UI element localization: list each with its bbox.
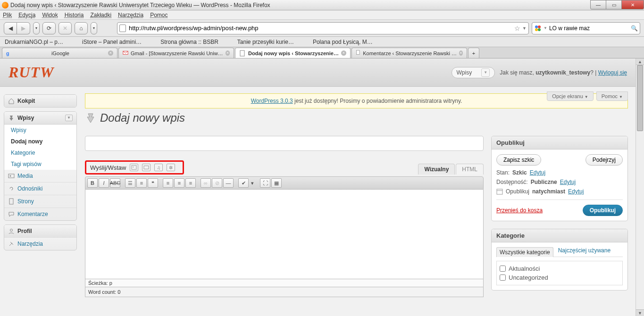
publish-button[interactable]: Opublikuj [583, 205, 623, 216]
categories-tab-all[interactable]: Wszystkie kategorie [496, 247, 553, 257]
url-bar[interactable]: ☆ ▼ [117, 22, 529, 34]
add-video-button[interactable] [142, 164, 151, 171]
unlink-button[interactable]: ⊘ [212, 178, 222, 188]
bookmark-star-icon[interactable]: ☆ [514, 25, 520, 32]
category-item[interactable]: Aktualności [500, 264, 619, 273]
bold-button[interactable]: B [87, 178, 98, 188]
menu-view[interactable]: Widok [42, 12, 58, 18]
kitchen-sink-button[interactable]: ▦ [271, 178, 282, 188]
logout-link[interactable]: Wyloguj się [598, 69, 627, 76]
bookmark-item[interactable]: DrukarniaNGO.pl – p… [5, 39, 63, 45]
browser-search-bar[interactable]: ▼ 🔍 [532, 22, 640, 34]
post-content-editor[interactable] [85, 190, 484, 279]
browser-tab[interactable]: g iGoogle × [2, 48, 117, 58]
scroll-down-icon[interactable]: ▼ [636, 309, 644, 316]
more-button[interactable]: — [223, 178, 234, 188]
sidebar-subitem-posts[interactable]: Wpisy [4, 125, 76, 136]
browser-tab[interactable]: Gmail - [Stowarzyszenie Rawski Uniw… × [118, 48, 234, 58]
help-toggle[interactable]: Pomoc ▼ [596, 91, 628, 101]
move-to-trash-link[interactable]: Przenieś do kosza [496, 207, 543, 214]
stop-button[interactable]: ✕ [59, 22, 72, 34]
bookmark-item[interactable]: iStore – Panel admini… [82, 39, 142, 45]
sidebar-subitem-tags[interactable]: Tagi wpisów [4, 158, 76, 170]
url-dropdown-icon[interactable]: ▼ [522, 26, 527, 31]
forward-button[interactable]: ▶ [17, 22, 30, 34]
category-checkbox[interactable] [500, 274, 506, 281]
history-dropdown-button[interactable]: ▾ [33, 22, 40, 34]
sidebar-item-tools[interactable]: Narzędzia [4, 238, 76, 250]
sidebar-item-posts[interactable]: Wpisy ▼ [4, 112, 76, 125]
align-right-button[interactable]: ≡ [185, 178, 196, 188]
site-logo[interactable]: RUTW [8, 64, 54, 81]
chevron-down-icon[interactable]: ▼ [65, 115, 73, 121]
scroll-thumb[interactable] [637, 65, 643, 131]
window-maximize-button[interactable]: ▭ [606, 0, 622, 9]
menu-edit[interactable]: Edycja [18, 12, 35, 18]
link-button[interactable]: ∞ [201, 178, 211, 188]
back-button[interactable]: ◀ [4, 22, 17, 34]
edit-visibility-link[interactable]: Edytuj [560, 179, 576, 185]
sidebar-subitem-add-new[interactable]: Dodaj nowy [4, 136, 76, 147]
screen-options-toggle[interactable]: Opcje ekranu ▼ [547, 91, 593, 101]
menu-tools[interactable]: Narzędzia [118, 12, 143, 18]
sidebar-item-profile[interactable]: Profil [4, 225, 76, 238]
preview-button[interactable]: Podejrzyj [585, 154, 623, 166]
new-tab-button[interactable]: + [468, 48, 479, 58]
reload-button[interactable]: ⟳ [42, 22, 56, 34]
menu-history[interactable]: Historia [65, 12, 84, 18]
categories-tab-popular[interactable]: Najczęściej używane [558, 247, 611, 255]
add-image-button[interactable] [130, 164, 138, 171]
editor-tab-html[interactable]: HTML [456, 164, 484, 175]
spellcheck-dropdown-icon[interactable]: ▾ [250, 178, 255, 188]
tab-close-icon[interactable]: × [459, 50, 463, 56]
tab-close-icon[interactable]: × [226, 50, 230, 56]
url-input[interactable] [129, 25, 512, 32]
search-engine-dropdown-icon[interactable]: ▼ [544, 26, 547, 30]
status-row: Stan: Szkic Edytuj [496, 169, 623, 176]
bookmark-item[interactable]: Strona główna :: BSBR [160, 39, 218, 45]
browser-tab-active[interactable]: Dodaj nowy wpis ‹ Stowarzyszenie… × [235, 48, 351, 58]
home-button[interactable]: ⌂ [75, 22, 88, 34]
sidebar-subitem-categories[interactable]: Kategorie [4, 147, 76, 158]
strike-button[interactable]: ABC [110, 178, 120, 188]
blockquote-button[interactable]: ❝ [148, 178, 158, 188]
align-center-button[interactable]: ≡ [174, 178, 184, 188]
add-audio-button[interactable]: ♫ [154, 164, 163, 171]
scroll-up-icon[interactable]: ▲ [636, 58, 644, 65]
tab-close-icon[interactable]: × [108, 50, 113, 56]
align-left-button[interactable]: ≡ [163, 178, 173, 188]
browser-scrollbar[interactable]: ▲ ▼ [636, 58, 644, 316]
menu-file[interactable]: Plik [3, 12, 12, 18]
add-media-button[interactable]: ✲ [167, 164, 175, 171]
tab-close-icon[interactable]: × [341, 50, 346, 56]
sidebar-item-media[interactable]: Media [4, 170, 76, 183]
wordpress-update-link[interactable]: WordPress 3.0.3 [251, 98, 293, 104]
sidebar-item-links[interactable]: Odnośniki [4, 183, 76, 195]
bookmark-item[interactable]: Polana pod Łysicą, M… [313, 39, 373, 45]
home-dropdown-button[interactable]: ▾ [91, 22, 97, 34]
category-item[interactable]: Uncategorized [500, 273, 619, 282]
spellcheck-button[interactable]: ✔ [238, 178, 249, 188]
save-draft-button[interactable]: Zapisz szkic [496, 154, 541, 166]
search-input[interactable] [549, 25, 631, 32]
sidebar-item-pages[interactable]: Strony [4, 195, 76, 208]
edit-status-link[interactable]: Edytuj [530, 169, 545, 176]
sidebar-item-comments[interactable]: Komentarze [4, 208, 76, 220]
editor-tab-visual[interactable]: Wizualny [418, 164, 455, 175]
search-submit-icon[interactable]: 🔍 [631, 25, 638, 32]
window-close-button[interactable]: ✕ [621, 0, 644, 9]
italic-button[interactable]: I [99, 178, 109, 188]
fullscreen-button[interactable]: ⛶ [260, 178, 270, 188]
bullet-list-button[interactable]: ☰ [125, 178, 135, 188]
edit-schedule-link[interactable]: Edytuj [568, 188, 584, 195]
number-list-button[interactable]: ≡ [136, 178, 147, 188]
post-title-input[interactable] [85, 136, 484, 151]
favorites-dropdown[interactable]: Wpisy ▼ [452, 67, 495, 78]
browser-tab[interactable]: Komentarze ‹ Stowarzyszenie Rawski … × [351, 48, 467, 58]
bookmark-item[interactable]: Tanie przesyłki kurie… [237, 39, 294, 45]
category-checkbox[interactable] [500, 266, 506, 272]
menu-help[interactable]: Pomoc [150, 12, 167, 18]
sidebar-item-dashboard[interactable]: Kokpit [4, 95, 76, 107]
menu-bookmarks[interactable]: Zakładki [90, 12, 111, 18]
window-minimize-button[interactable]: — [590, 0, 606, 9]
